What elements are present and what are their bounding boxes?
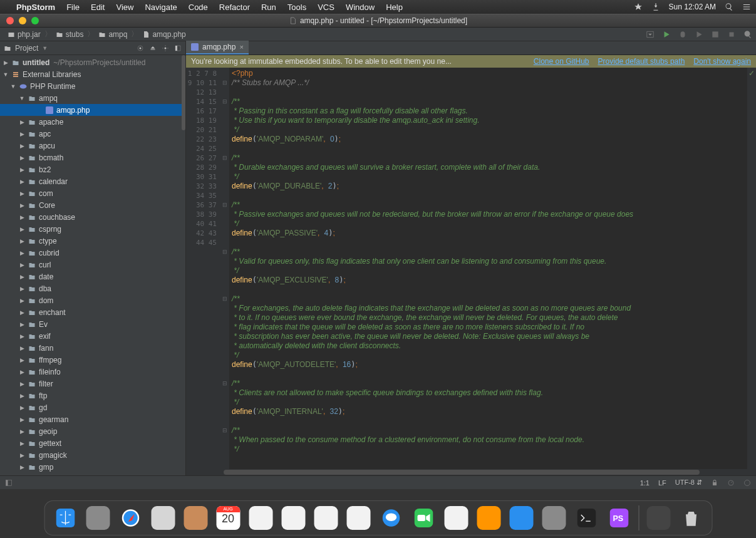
breadcrumb-item[interactable]: amqp.php [138,30,189,39]
profiler-icon[interactable] [711,30,720,39]
editor-tab[interactable]: amqp.php × [186,41,249,54]
tree-item[interactable]: calendar [0,175,185,187]
run-config-dropdown[interactable] [646,30,655,39]
breadcrumb-item[interactable]: stubs [52,30,88,39]
file-encoding[interactable]: UTF-8 ⇵ [675,479,702,487]
menu-vcs[interactable]: VCS [318,3,334,12]
menu-help[interactable]: Help [386,3,403,12]
menu-window[interactable]: Window [346,3,375,12]
dock-app-ibooks[interactable] [474,504,503,532]
horizontal-scrollbar[interactable] [186,469,756,475]
tree-item[interactable]: curl [0,259,185,271]
menu-edit[interactable]: Edit [91,3,105,12]
dock-app-calendar[interactable]: AUG20 [214,504,242,532]
tree-item[interactable]: exif [0,330,185,342]
dock-app-contacts[interactable] [181,504,210,532]
run-button-icon[interactable] [662,30,671,39]
settings-gear-icon[interactable] [162,44,169,52]
dock-app-maps[interactable] [311,504,340,532]
dock-app-safari[interactable] [116,504,145,532]
tree-item[interactable]: csprng [0,223,185,235]
line-separator[interactable]: LF [658,479,666,487]
tree-item[interactable]: ctype [0,235,185,247]
banner-link-stubs[interactable]: Provide default stubs path [598,57,685,66]
fold-gutter[interactable]: ⊟⊟⊟⊟⊟⊟⊟⊟ [220,68,229,469]
tree-item[interactable]: External Libraries [0,68,185,80]
tree-item[interactable]: geoip [0,425,185,437]
breadcrumb-item[interactable]: ampq [95,30,131,39]
menu-run[interactable]: Run [261,3,276,12]
project-tree[interactable]: untitled~/PhpstormProjects/untitledExter… [0,55,185,475]
dock-app-messages[interactable] [376,504,405,532]
dock-app-itunes[interactable] [442,504,470,532]
search-everywhere-icon[interactable] [743,30,752,39]
dock-downloads[interactable] [644,504,673,532]
dock-app-appstore[interactable] [507,504,536,532]
close-window-button[interactable] [6,17,14,24]
zoom-window-button[interactable] [31,17,39,24]
tree-item[interactable]: untitled~/PhpstormProjects/untitled [0,56,185,68]
status-icon[interactable] [634,3,643,11]
tree-item[interactable]: bcmath [0,152,185,163]
tree-item[interactable]: fann [0,342,185,354]
menu-code[interactable]: Code [189,3,208,12]
tree-item[interactable]: ffmpeg [0,354,185,366]
hide-panel-icon[interactable] [174,44,182,52]
collapse-all-icon[interactable] [149,44,157,52]
menu-tools[interactable]: Tools [287,3,306,12]
tree-item[interactable]: gettext [0,437,185,449]
tree-item[interactable]: gearman [0,413,185,425]
tool-windows-icon[interactable] [5,479,13,487]
menu-navigate[interactable]: Navigate [145,3,177,12]
coverage-icon[interactable] [695,30,703,39]
close-tab-icon[interactable]: × [239,43,243,51]
minimize-window-button[interactable] [19,17,26,24]
tree-item[interactable]: ampq [0,92,185,104]
code-content[interactable]: <?php /** Stubs for AMQP ...*/ /** * Pas… [229,68,747,469]
tree-item[interactable]: Core [0,199,185,211]
tree-item[interactable]: enchant [0,306,185,318]
tree-scrollbar[interactable] [182,55,185,130]
dock-app-terminal[interactable] [572,504,601,532]
tree-item[interactable]: apc [0,128,185,140]
tree-item[interactable]: date [0,271,185,282]
menu-file[interactable]: File [66,3,80,12]
dock-app-finder[interactable] [51,504,80,532]
tree-item[interactable]: amqp.php [0,104,185,116]
dock-app-reminders[interactable] [279,504,308,532]
dock-trash-icon[interactable] [676,504,705,532]
tree-item[interactable]: apache [0,116,185,128]
project-panel-title[interactable]: Project [15,44,38,53]
tower-icon[interactable] [651,3,660,11]
tree-item[interactable]: PHP Runtime [0,80,185,92]
tree-item[interactable]: dom [0,294,185,306]
debug-button-icon[interactable] [678,30,687,39]
tree-item[interactable]: gd [0,401,185,413]
tree-item[interactable]: fileinfo [0,366,185,378]
caret-position[interactable]: 1:1 [640,479,650,487]
menu-view[interactable]: View [116,3,133,12]
tree-item[interactable]: apcu [0,140,185,152]
dock-app-facetime[interactable] [409,504,438,532]
breadcrumb-item[interactable]: php.jar [4,30,44,39]
tree-item[interactable]: couchbase [0,211,185,223]
tree-item[interactable]: cubrid [0,247,185,259]
tree-item[interactable]: dba [0,282,185,294]
tree-item[interactable]: bz2 [0,163,185,175]
dock-app-mail[interactable] [148,504,177,532]
tree-item[interactable]: Ev [0,318,185,330]
scroll-from-source-icon[interactable] [137,44,144,52]
inspection-profile-icon[interactable] [727,479,735,487]
memory-indicator-icon[interactable] [743,479,751,487]
readonly-lock-icon[interactable] [711,479,718,487]
banner-link-clone[interactable]: Clone on GitHub [534,57,589,66]
spotlight-icon[interactable] [725,3,733,11]
tree-item[interactable]: filter [0,378,185,390]
dock-app-photos[interactable] [344,504,373,532]
tree-item[interactable]: com [0,187,185,199]
dock-app-settings[interactable] [539,504,568,532]
menu-refactor[interactable]: Refactor [219,3,250,12]
line-gutter[interactable]: 1 2 7 8 9 10 11 12 13 14 15 16 17 18 19 … [186,68,220,469]
menu-list-icon[interactable] [742,3,751,11]
app-name[interactable]: PhpStorm [16,3,55,12]
